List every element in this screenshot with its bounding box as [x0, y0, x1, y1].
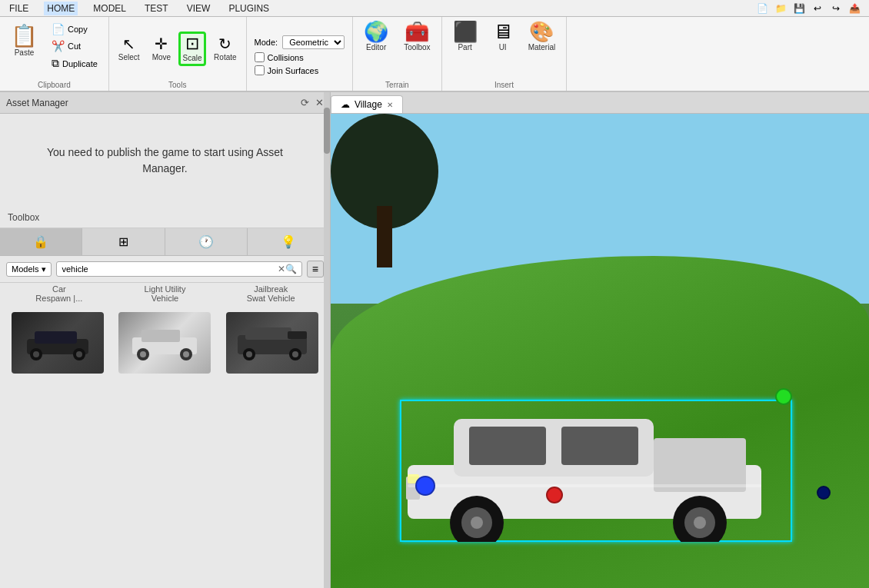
menu-bar: FILE HOME MODEL TEST VIEW PLUGINS 📄 📁 💾 …	[0, 0, 869, 17]
panel-refresh-icon[interactable]: ⟳	[301, 97, 309, 108]
collisions-label: Collisions	[268, 53, 304, 62]
tree-object	[346, 114, 423, 267]
tree-trunk	[377, 206, 392, 267]
asset-scrollbar[interactable]	[324, 92, 330, 588]
material-button[interactable]: 🎨 Material	[524, 20, 561, 53]
new-icon[interactable]: 📄	[754, 0, 771, 17]
category-dropdown[interactable]: Models ▾	[6, 262, 52, 277]
clipboard-section: 📋 Paste 📄 Copy ✂️ Cut ⧉ Duplicate Clipbo…	[0, 17, 109, 91]
search-input-wrap: ✕ 🔍	[56, 261, 301, 277]
handle-blue[interactable]	[415, 476, 435, 496]
svg-point-17	[292, 351, 298, 357]
collisions-checkbox[interactable]	[255, 52, 265, 62]
menu-file[interactable]: FILE	[6, 2, 32, 15]
clear-search-icon[interactable]: ✕	[278, 264, 285, 274]
menu-model[interactable]: MODEL	[90, 2, 129, 15]
menu-plugins[interactable]: PLUGINS	[225, 2, 272, 15]
viewport: ☁ Village ✕	[331, 92, 869, 588]
rotate-button[interactable]: ↻ Rotate	[209, 35, 241, 63]
mode-select[interactable]: Geometric Surface Physical	[282, 35, 345, 49]
menu-view[interactable]: VIEW	[184, 2, 214, 15]
join-surfaces-checkbox[interactable]	[255, 65, 265, 75]
viewport-tabs: ☁ Village ✕	[331, 92, 869, 114]
insert-section: ⬛ Part 🖥 UI 🎨 Material Insert	[442, 17, 568, 91]
open-icon[interactable]: 📁	[772, 0, 789, 17]
svg-point-3	[33, 351, 39, 357]
panel-title: Asset Manager	[6, 98, 68, 108]
toolbox-button[interactable]: 🧰 Toolbox	[399, 20, 434, 53]
save-icon[interactable]: 💾	[791, 0, 807, 17]
tab-close-icon[interactable]: ✕	[387, 101, 393, 109]
cloud-icon: ☁	[341, 99, 350, 110]
tools-row: ↖ Select ✛ Move ⊡ Scale ↻ Rotate	[114, 20, 241, 78]
cut-button[interactable]: ✂️ Cut	[48, 38, 101, 54]
tab-suggested[interactable]: 💡	[248, 228, 330, 255]
svg-point-9	[140, 351, 146, 357]
mode-row: Mode: Geometric Surface Physical	[255, 35, 345, 49]
editor-button[interactable]: 🌍 Editor	[359, 20, 393, 53]
panel-close-icon[interactable]: ✕	[315, 97, 324, 108]
svg-rect-21	[469, 427, 546, 465]
part-button[interactable]: ⬛ Part	[448, 20, 482, 53]
publish-icon[interactable]: 📤	[846, 0, 863, 17]
toolbox-tabs: 🔒 ⊞ 🕐 💡	[0, 228, 330, 256]
copy-button[interactable]: 📄 Copy	[48, 22, 101, 37]
asset-grid	[0, 306, 330, 380]
svg-rect-22	[561, 427, 638, 465]
svg-point-5	[76, 351, 82, 357]
insert-label: Insert	[448, 78, 561, 89]
asset-thumb-swat	[226, 312, 318, 374]
join-surfaces-label: Join Surfaces	[268, 66, 319, 75]
svg-rect-18	[288, 331, 307, 339]
handle-red[interactable]	[546, 487, 563, 503]
clipboard-right: 📄 Copy ✂️ Cut ⧉ Duplicate	[48, 22, 101, 71]
asset-scrollbar-thumb[interactable]	[324, 108, 330, 154]
svg-rect-1	[35, 331, 77, 344]
handle-darkblue[interactable]	[817, 486, 831, 500]
viewport-tab-village[interactable]: ☁ Village ✕	[331, 95, 403, 113]
panel-icons: ⟳ ✕	[301, 97, 324, 108]
asset-label-0: CarRespawn |...	[6, 284, 112, 303]
svg-point-26	[471, 517, 483, 529]
join-surfaces-row: Join Surfaces	[255, 65, 345, 75]
svg-point-11	[183, 351, 189, 357]
mode-section: Mode: Geometric Surface Physical Collisi…	[247, 17, 354, 91]
search-icon[interactable]: 🔍	[285, 264, 297, 274]
clipboard-label: Clipboard	[8, 78, 101, 89]
redo-icon[interactable]: ↪	[827, 0, 844, 17]
tab-inventory[interactable]: 🔒	[0, 228, 82, 255]
asset-message: You need to publish the game to start us…	[0, 114, 330, 208]
scale-button[interactable]: ⊡ Scale	[178, 32, 206, 66]
tab-label: Village	[355, 99, 382, 110]
category-label: Models	[12, 264, 38, 274]
menu-test[interactable]: TEST	[142, 2, 171, 15]
asset-label-2: JailbreakSwat Vehicle	[218, 284, 324, 303]
tab-recent[interactable]: 🕐	[165, 228, 248, 255]
tab-marketplace[interactable]: ⊞	[82, 228, 165, 255]
undo-icon[interactable]: ↩	[809, 0, 826, 17]
ribbon: 📋 Paste 📄 Copy ✂️ Cut ⧉ Duplicate Clipbo…	[0, 17, 869, 92]
terrain-section: 🌍 Editor 🧰 Toolbox Terrain	[353, 17, 441, 91]
menu-home[interactable]: HOME	[44, 2, 78, 15]
select-button[interactable]: ↖ Select	[114, 35, 145, 63]
filter-button[interactable]: ≡	[307, 261, 324, 277]
asset-item-swat[interactable]	[221, 312, 324, 374]
toolbox-search: Models ▾ ✕ 🔍 ≡	[0, 256, 330, 283]
svg-point-29	[694, 517, 706, 529]
move-button[interactable]: ✛ Move	[148, 35, 175, 63]
svg-rect-23	[654, 438, 746, 492]
collisions-row: Collisions	[255, 52, 345, 62]
duplicate-button[interactable]: ⧉ Duplicate	[48, 55, 101, 71]
search-input[interactable]	[62, 264, 277, 274]
tools-section: ↖ Select ✛ Move ⊡ Scale ↻ Rotate Tools	[109, 17, 247, 91]
paste-button[interactable]: 📋 Paste	[8, 22, 41, 58]
viewport-content[interactable]	[331, 114, 869, 588]
handle-green[interactable]	[775, 388, 792, 405]
scene-background	[331, 114, 869, 588]
terrain-label: Terrain	[385, 78, 409, 89]
asset-item-car[interactable]	[6, 312, 109, 374]
mode-label: Mode:	[255, 38, 278, 47]
ui-button[interactable]: 🖥 UI	[488, 20, 518, 53]
svg-rect-32	[408, 484, 761, 487]
asset-item-utility[interactable]	[114, 312, 217, 374]
